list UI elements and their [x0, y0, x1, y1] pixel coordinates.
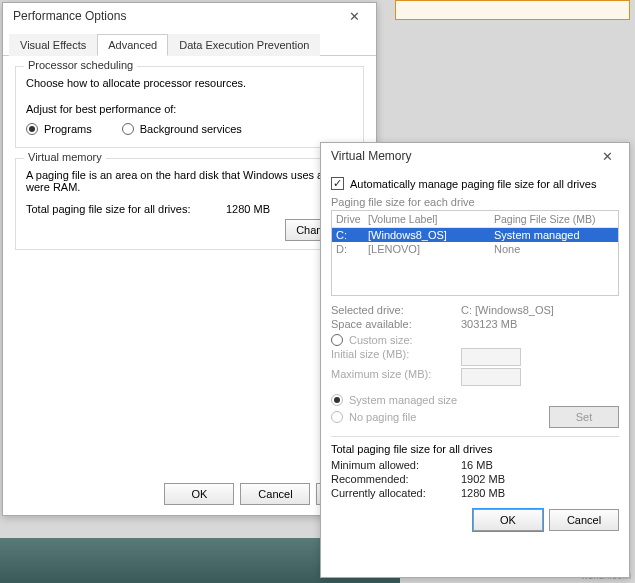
initial-size-label: Initial size (MB):: [331, 348, 461, 366]
cancel-button[interactable]: Cancel: [240, 483, 310, 505]
radio-label: System managed size: [349, 394, 457, 406]
initial-size-input[interactable]: [461, 348, 521, 366]
radio-label: Programs: [44, 123, 92, 135]
radio-icon: [26, 123, 38, 135]
max-size-input[interactable]: [461, 368, 521, 386]
radio-programs[interactable]: Programs: [26, 123, 92, 135]
totals-title: Total paging file size for all drives: [331, 443, 619, 455]
set-button[interactable]: Set: [549, 406, 619, 428]
drive-row[interactable]: D: [LENOVO] None: [332, 242, 618, 256]
radio-label: No paging file: [349, 411, 416, 423]
min-allowed-value: 16 MB: [461, 459, 493, 471]
currently-allocated-value: 1280 MB: [461, 487, 505, 499]
selected-drive-value: C: [Windows8_OS]: [461, 304, 554, 316]
auto-manage-checkbox[interactable]: ✓ Automatically manage paging file size …: [331, 177, 619, 190]
radio-no-paging[interactable]: No paging file: [331, 411, 549, 423]
drive-letter: C:: [336, 229, 368, 241]
selected-drive-label: Selected drive:: [331, 304, 461, 316]
tab-advanced[interactable]: Advanced: [97, 34, 168, 56]
radio-label: Custom size:: [349, 334, 413, 346]
virtual-memory-window: Virtual Memory ✕ ✓ Automatically manage …: [320, 142, 630, 578]
recommended-value: 1902 MB: [461, 473, 505, 485]
drive-size: System managed: [494, 229, 614, 241]
drive-label: [LENOVO]: [368, 243, 494, 255]
ok-button[interactable]: OK: [164, 483, 234, 505]
total-label: Total paging file size for all drives:: [26, 203, 226, 215]
close-icon[interactable]: ✕: [338, 6, 370, 26]
min-allowed-label: Minimum allowed:: [331, 459, 461, 471]
radio-icon: [331, 334, 343, 346]
tab-strip: Visual Effects Advanced Data Execution P…: [3, 29, 376, 56]
ok-button[interactable]: OK: [473, 509, 543, 531]
group-title: Processor scheduling: [24, 59, 137, 71]
checkbox-label: Automatically manage paging file size fo…: [350, 178, 596, 190]
drive-label: [Windows8_OS]: [368, 229, 494, 241]
col-volume: [Volume Label]: [368, 213, 494, 225]
group-desc: Choose how to allocate processor resourc…: [26, 77, 353, 89]
radio-icon: [331, 394, 343, 406]
col-drive: Drive: [336, 213, 368, 225]
window-title: Virtual Memory: [331, 149, 411, 163]
close-icon[interactable]: ✕: [591, 146, 623, 166]
currently-allocated-label: Currently allocated:: [331, 487, 461, 499]
recommended-label: Recommended:: [331, 473, 461, 485]
total-value: 1280 MB: [226, 203, 270, 215]
radio-system-managed[interactable]: System managed size: [331, 394, 619, 406]
group-title: Virtual memory: [24, 151, 106, 163]
radio-icon: [122, 123, 134, 135]
cancel-button[interactable]: Cancel: [549, 509, 619, 531]
radio-custom-size[interactable]: Custom size:: [331, 334, 619, 346]
col-size: Paging File Size (MB): [494, 213, 614, 225]
tab-visual-effects[interactable]: Visual Effects: [9, 34, 97, 56]
checkbox-icon: ✓: [331, 177, 344, 190]
drive-size: None: [494, 243, 614, 255]
drives-header: Drive [Volume Label] Paging File Size (M…: [332, 211, 618, 228]
background-window-edge: [395, 0, 630, 20]
window-title: Performance Options: [13, 9, 126, 23]
radio-icon: [331, 411, 343, 423]
max-size-label: Maximum size (MB):: [331, 368, 461, 386]
each-drive-title: Paging file size for each drive: [331, 196, 619, 208]
vm-desc: A paging file is an area on the hard dis…: [26, 169, 353, 193]
radio-background-services[interactable]: Background services: [122, 123, 242, 135]
titlebar[interactable]: Virtual Memory ✕: [321, 143, 629, 169]
adjust-label: Adjust for best performance of:: [26, 103, 353, 115]
space-available-value: 303123 MB: [461, 318, 517, 330]
titlebar[interactable]: Performance Options ✕: [3, 3, 376, 29]
tab-dep[interactable]: Data Execution Prevention: [168, 34, 320, 56]
drive-row[interactable]: C: [Windows8_OS] System managed: [332, 228, 618, 242]
space-available-label: Space available:: [331, 318, 461, 330]
processor-scheduling-group: Processor scheduling Choose how to alloc…: [15, 66, 364, 148]
drive-letter: D:: [336, 243, 368, 255]
virtual-memory-group: Virtual memory A paging file is an area …: [15, 158, 364, 250]
radio-label: Background services: [140, 123, 242, 135]
drives-list[interactable]: Drive [Volume Label] Paging File Size (M…: [331, 210, 619, 296]
